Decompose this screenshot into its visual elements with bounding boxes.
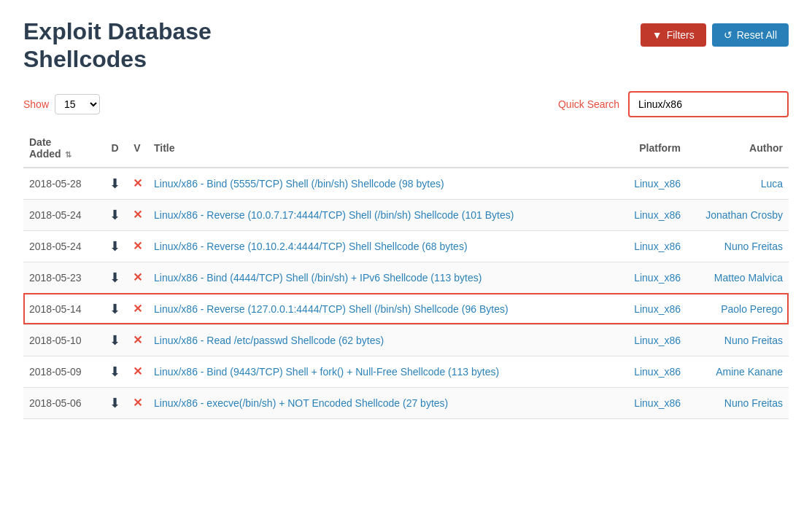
cell-author: Nuno Freitas	[687, 230, 789, 262]
cell-date: 2018-05-14	[23, 293, 104, 324]
cell-title: Linux/x86 - Bind (4444/TCP) Shell (/bin/…	[148, 262, 614, 293]
cell-platform: Linux_x86	[614, 199, 687, 230]
table-row: 2018-05-28⬇✕Linux/x86 - Bind (5555/TCP) …	[23, 168, 789, 200]
title-link[interactable]: Linux/x86 - Reverse (10.0.7.17:4444/TCP)…	[154, 209, 514, 221]
cell-platform: Linux_x86	[614, 324, 687, 356]
cell-v: ✕	[126, 293, 148, 324]
shellcodes-table: DateAdded ⇅ D V Title Platform Author 20…	[23, 129, 789, 419]
cell-title: Linux/x86 - Reverse (127.0.0.1:4444/TCP)…	[148, 293, 614, 324]
show-select[interactable]: 10 15 25 50 100	[55, 94, 100, 114]
cell-date: 2018-05-06	[23, 387, 104, 418]
table-row: 2018-05-06⬇✕Linux/x86 - execve(/bin/sh) …	[23, 387, 789, 418]
table-row: 2018-05-24⬇✕Linux/x86 - Reverse (10.10.2…	[23, 230, 789, 262]
quick-search-wrapper: Quick Search	[558, 91, 789, 117]
cell-date: 2018-05-24	[23, 199, 104, 230]
cell-author: Amine Kanane	[687, 356, 789, 387]
cell-download: ⬇	[104, 324, 126, 356]
header-row: Exploit Database Shellcodes ▼ Filters ↺ …	[23, 17, 789, 74]
sort-icon-date[interactable]: ⇅	[65, 150, 71, 159]
col-title: Title	[148, 129, 614, 168]
close-icon[interactable]: ✕	[133, 177, 142, 190]
cell-download: ⬇	[104, 293, 126, 324]
title-link[interactable]: Linux/x86 - execve(/bin/sh) + NOT Encode…	[154, 397, 448, 409]
download-icon[interactable]: ⬇	[109, 301, 120, 317]
cell-platform: Linux_x86	[614, 293, 687, 324]
title-line1: Exploit Database	[23, 18, 212, 44]
cell-date: 2018-05-10	[23, 324, 104, 356]
cell-title: Linux/x86 - Bind (5555/TCP) Shell (/bin/…	[148, 168, 614, 200]
cell-v: ✕	[126, 387, 148, 418]
cell-v: ✕	[126, 199, 148, 230]
title-link[interactable]: Linux/x86 - Bind (4444/TCP) Shell (/bin/…	[154, 272, 482, 284]
quick-search-label: Quick Search	[558, 98, 619, 110]
table-header-row: DateAdded ⇅ D V Title Platform Author	[23, 129, 789, 168]
download-icon[interactable]: ⬇	[109, 364, 120, 380]
cell-platform: Linux_x86	[614, 356, 687, 387]
show-control: Show 10 15 25 50 100	[23, 94, 100, 114]
controls-row: Show 10 15 25 50 100 Quick Search	[23, 91, 789, 117]
cell-author: Jonathan Crosby	[687, 199, 789, 230]
page-title: Exploit Database Shellcodes	[23, 17, 212, 74]
col-author: Author	[687, 129, 789, 168]
cell-platform: Linux_x86	[614, 262, 687, 293]
close-icon[interactable]: ✕	[133, 334, 142, 346]
quick-search-input[interactable]	[628, 91, 789, 117]
cell-date: 2018-05-24	[23, 230, 104, 262]
col-platform: Platform	[614, 129, 687, 168]
title-link[interactable]: Linux/x86 - Bind (5555/TCP) Shell (/bin/…	[154, 178, 444, 190]
table-body: 2018-05-28⬇✕Linux/x86 - Bind (5555/TCP) …	[23, 168, 789, 419]
reset-button[interactable]: ↺ Reset All	[712, 23, 789, 47]
title-link[interactable]: Linux/x86 - Reverse (10.10.2.4:4444/TCP)…	[154, 241, 468, 252]
cell-date: 2018-05-28	[23, 168, 104, 200]
cell-author: Nuno Freitas	[687, 324, 789, 356]
title-line2: Shellcodes	[23, 46, 147, 72]
table-row: 2018-05-10⬇✕Linux/x86 - Read /etc/passwd…	[23, 324, 789, 356]
close-icon[interactable]: ✕	[133, 397, 142, 409]
download-icon[interactable]: ⬇	[109, 332, 120, 348]
close-icon[interactable]: ✕	[133, 208, 142, 221]
cell-v: ✕	[126, 356, 148, 387]
cell-title: Linux/x86 - Read /etc/passwd Shellcode (…	[148, 324, 614, 356]
filters-label: Filters	[667, 29, 695, 41]
title-link[interactable]: Linux/x86 - Read /etc/passwd Shellcode (…	[154, 335, 384, 346]
cell-v: ✕	[126, 324, 148, 356]
cell-v: ✕	[126, 168, 148, 200]
close-icon[interactable]: ✕	[133, 365, 142, 378]
close-icon[interactable]: ✕	[133, 302, 142, 315]
cell-download: ⬇	[104, 168, 126, 200]
cell-author: Paolo Perego	[687, 293, 789, 324]
close-icon[interactable]: ✕	[133, 240, 142, 252]
cell-date: 2018-05-09	[23, 356, 104, 387]
cell-title: Linux/x86 - Bind (9443/TCP) Shell + fork…	[148, 356, 614, 387]
header-buttons: ▼ Filters ↺ Reset All	[641, 23, 789, 47]
table-row: 2018-05-09⬇✕Linux/x86 - Bind (9443/TCP) …	[23, 356, 789, 387]
download-icon[interactable]: ⬇	[109, 207, 120, 223]
download-icon[interactable]: ⬇	[109, 176, 120, 192]
cell-title: Linux/x86 - execve(/bin/sh) + NOT Encode…	[148, 387, 614, 418]
col-v: V	[126, 129, 148, 168]
col-d: D	[104, 129, 126, 168]
cell-platform: Linux_x86	[614, 230, 687, 262]
reset-icon: ↺	[724, 29, 732, 41]
cell-download: ⬇	[104, 387, 126, 418]
title-link[interactable]: Linux/x86 - Reverse (127.0.0.1:4444/TCP)…	[154, 303, 509, 315]
cell-author: Luca	[687, 168, 789, 200]
cell-download: ⬇	[104, 262, 126, 293]
title-link[interactable]: Linux/x86 - Bind (9443/TCP) Shell + fork…	[154, 366, 499, 378]
cell-v: ✕	[126, 262, 148, 293]
cell-download: ⬇	[104, 356, 126, 387]
filters-button[interactable]: ▼ Filters	[641, 23, 706, 47]
cell-v: ✕	[126, 230, 148, 262]
cell-platform: Linux_x86	[614, 387, 687, 418]
cell-platform: Linux_x86	[614, 168, 687, 200]
reset-label: Reset All	[737, 29, 777, 41]
table-row: 2018-05-24⬇✕Linux/x86 - Reverse (10.0.7.…	[23, 199, 789, 230]
download-icon[interactable]: ⬇	[109, 395, 120, 411]
cell-author: Nuno Freitas	[687, 387, 789, 418]
table-row: 2018-05-14⬇✕Linux/x86 - Reverse (127.0.0…	[23, 293, 789, 324]
cell-download: ⬇	[104, 230, 126, 262]
table-row: 2018-05-23⬇✕Linux/x86 - Bind (4444/TCP) …	[23, 262, 789, 293]
close-icon[interactable]: ✕	[133, 271, 142, 284]
download-icon[interactable]: ⬇	[109, 238, 120, 254]
download-icon[interactable]: ⬇	[109, 270, 120, 286]
